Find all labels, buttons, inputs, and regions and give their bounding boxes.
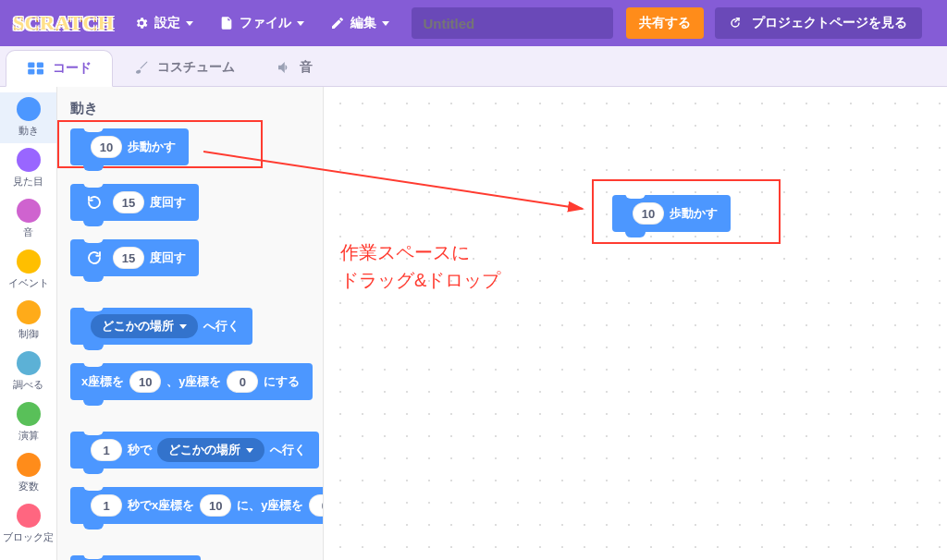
category-dot-icon <box>17 453 41 477</box>
block-input-number[interactable]: 10 <box>91 136 122 158</box>
tab-code[interactable]: コード <box>6 50 113 87</box>
chevron-down-icon <box>297 21 304 26</box>
category-operators[interactable]: 演算 <box>0 397 56 448</box>
category-control[interactable]: 制御 <box>0 296 56 347</box>
block-input-number[interactable]: 0 <box>227 371 258 393</box>
rotate-cw-icon <box>85 193 104 212</box>
block-dropdown-label: どこかの場所 <box>102 318 174 335</box>
block-goto-xy[interactable]: x座標を 10 、y座標を 0 にする <box>70 363 313 400</box>
category-events[interactable]: イベント <box>0 245 56 296</box>
block-input-number[interactable]: 15 <box>113 247 144 269</box>
block-goto-menu[interactable]: どこかの場所 へ行く <box>70 308 252 345</box>
link-out-icon <box>730 16 744 30</box>
sound-icon <box>276 59 292 76</box>
block-text: 秒でx座標を <box>128 497 194 514</box>
top-menu-bar: SCRATCH 設定 ファイル 編集 共有する プロジェクトページを見る <box>0 0 947 46</box>
tab-costumes[interactable]: コスチューム <box>113 49 255 86</box>
edit-label: 編集 <box>351 15 376 31</box>
block-text: 度回す <box>150 194 186 211</box>
block-point-direction[interactable]: 90 度に向ける <box>70 555 201 560</box>
category-myblocks[interactable]: ブロック定 <box>0 499 56 550</box>
block-dropdown-label: どこかの場所 <box>168 442 240 458</box>
scratch-logo: SCRATCH <box>13 11 114 35</box>
palette-header: 動き <box>70 100 323 117</box>
block-input-number[interactable]: 1 <box>91 494 122 517</box>
category-dot-icon <box>17 504 41 528</box>
category-sound[interactable]: 音 <box>0 194 56 245</box>
block-palette: 動き 10 歩動かす 15 度回す 15 <box>57 87 324 560</box>
category-label: 見た目 <box>13 175 43 189</box>
block-text: に、y座標を <box>237 497 303 514</box>
category-label: ブロック定 <box>3 530 54 544</box>
block-text: にする <box>264 373 300 390</box>
category-label: 制御 <box>18 327 39 341</box>
block-text: 秒で <box>128 442 152 458</box>
workspace-block-move-steps[interactable]: 10 歩動かす <box>612 195 731 232</box>
chevron-down-icon <box>186 21 193 26</box>
block-input-number[interactable]: 15 <box>113 191 144 213</box>
svg-rect-3 <box>37 69 43 75</box>
category-dot-icon <box>17 250 41 274</box>
svg-rect-0 <box>28 63 34 68</box>
tab-sounds[interactable]: 音 <box>255 49 333 86</box>
category-label: 演算 <box>18 429 39 443</box>
block-dropdown[interactable]: どこかの場所 <box>91 314 198 338</box>
chevron-down-icon <box>179 324 187 329</box>
file-label: ファイル <box>240 15 291 31</box>
brush-icon <box>133 59 150 76</box>
settings-menu[interactable]: 設定 <box>123 0 204 46</box>
file-menu[interactable]: ファイル <box>208 0 315 46</box>
file-icon <box>219 16 234 30</box>
chevron-down-icon <box>382 21 389 26</box>
block-turn-cw[interactable]: 15 度回す <box>70 184 199 221</box>
category-dot-icon <box>17 402 41 426</box>
category-dot-icon <box>17 148 41 172</box>
pencil-icon <box>330 16 345 30</box>
category-motion[interactable]: 動き <box>0 92 56 143</box>
category-looks[interactable]: 見た目 <box>0 143 56 194</box>
block-text: 、y座標を <box>166 373 221 390</box>
annotation-text: 作業スペースに ドラッグ&ドロップ <box>340 238 500 294</box>
svg-rect-2 <box>28 69 34 75</box>
block-input-number[interactable]: 10 <box>129 371 161 393</box>
block-glide-to-xy[interactable]: 1 秒でx座標を 10 に、y座標を 0 <box>70 487 324 524</box>
edit-menu[interactable]: 編集 <box>319 0 400 46</box>
annotation-text-line2: ドラッグ&ドロップ <box>340 266 500 294</box>
category-sensing[interactable]: 調べる <box>0 347 56 397</box>
category-dot-icon <box>17 199 41 223</box>
scripts-workspace[interactable]: 10 歩動かす 作業スペースに ドラッグ&ドロップ <box>324 87 947 560</box>
category-label: イベント <box>8 276 49 290</box>
tab-costumes-label: コスチューム <box>157 59 235 76</box>
category-dot-icon <box>17 300 41 324</box>
block-dropdown[interactable]: どこかの場所 <box>157 438 264 462</box>
see-project-page-button[interactable]: プロジェクトページを見る <box>715 7 922 39</box>
category-dot-icon <box>17 97 41 121</box>
tab-sounds-label: 音 <box>300 59 313 76</box>
share-button[interactable]: 共有する <box>626 7 704 39</box>
rotate-ccw-icon <box>85 249 104 267</box>
annotation-text-line1: 作業スペースに <box>340 238 500 266</box>
settings-label: 設定 <box>154 15 180 31</box>
block-input-number[interactable]: 10 <box>633 202 664 225</box>
category-label: 調べる <box>13 378 43 392</box>
block-move-steps[interactable]: 10 歩動かす <box>70 128 189 165</box>
main-area: 動き 見た目 音 イベント 制御 調べる 演算 変数 <box>0 87 947 560</box>
project-title-input[interactable] <box>412 7 613 39</box>
block-input-number[interactable]: 1 <box>91 439 122 461</box>
category-dot-icon <box>17 351 41 375</box>
block-text: へ行く <box>270 442 306 458</box>
block-text: 度回す <box>150 250 186 266</box>
chevron-down-icon <box>246 448 253 453</box>
block-glide-to-menu[interactable]: 1 秒で どこかの場所 へ行く <box>70 432 319 469</box>
code-icon <box>27 61 45 76</box>
block-text: 歩動かす <box>128 139 176 155</box>
tab-code-label: コード <box>53 60 92 77</box>
block-turn-ccw[interactable]: 15 度回す <box>70 239 199 276</box>
block-input-number[interactable]: 10 <box>200 494 231 517</box>
svg-rect-1 <box>37 63 43 68</box>
category-variables[interactable]: 変数 <box>0 448 56 499</box>
category-label: 変数 <box>18 480 39 493</box>
block-input-number[interactable]: 0 <box>309 494 324 517</box>
gear-icon <box>134 16 149 30</box>
block-text: へ行く <box>203 318 240 335</box>
